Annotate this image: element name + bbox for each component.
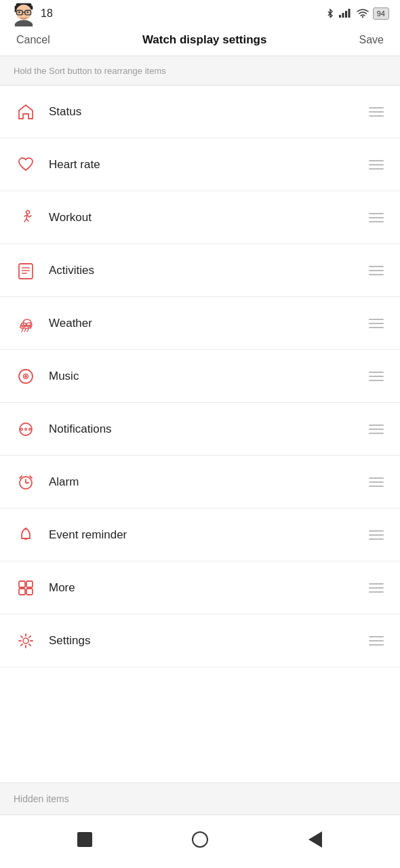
- svg-point-33: [29, 428, 31, 430]
- drag-handle[interactable]: [366, 316, 386, 331]
- drag-handle[interactable]: [366, 104, 386, 119]
- item-label-music: Music: [49, 370, 366, 383]
- back-triangle-icon: [308, 831, 322, 848]
- list-item[interactable]: Activities: [0, 244, 400, 297]
- cancel-button[interactable]: Cancel: [11, 31, 56, 49]
- music-icon: [14, 364, 38, 389]
- svg-line-26: [27, 329, 28, 332]
- list-item[interactable]: Event reminder: [0, 509, 400, 561]
- status-right: 94: [325, 7, 389, 20]
- bottom-navigation: [0, 814, 400, 868]
- svg-rect-16: [19, 264, 33, 279]
- nav-bar: Cancel Watch display settings Save: [0, 24, 400, 56]
- list-item[interactable]: Settings: [0, 614, 400, 667]
- workout-icon: [14, 205, 38, 230]
- drag-handle[interactable]: [366, 263, 386, 278]
- svg-line-24: [22, 329, 23, 332]
- svg-point-15: [26, 210, 30, 214]
- svg-point-32: [25, 428, 27, 430]
- weather-icon: [14, 311, 38, 336]
- item-label-event-reminder: Event reminder: [49, 528, 366, 542]
- list-item[interactable]: Status: [0, 85, 400, 138]
- home-icon: [14, 100, 38, 124]
- drag-handle[interactable]: [366, 157, 386, 172]
- more-icon: [14, 576, 38, 600]
- svg-point-31: [21, 428, 23, 430]
- notifications-icon: [14, 417, 38, 441]
- battery-icon: 94: [373, 7, 389, 20]
- page-title: Watch display settings: [56, 33, 354, 47]
- svg-rect-12: [345, 11, 347, 18]
- svg-point-7: [18, 12, 20, 14]
- list-item[interactable]: Weather: [0, 297, 400, 350]
- item-label-heart-rate: Heart rate: [49, 158, 366, 172]
- hint-text: Hold the Sort button to rearrange items: [14, 66, 166, 76]
- event-reminder-icon: [14, 523, 38, 547]
- list-item[interactable]: Notifications: [0, 403, 400, 456]
- status-bar: 18 94: [0, 0, 400, 24]
- item-label-more: More: [49, 581, 366, 595]
- bluetooth-icon: [325, 8, 335, 20]
- hidden-section-label: Hidden items: [14, 793, 69, 804]
- drag-handle[interactable]: [366, 528, 386, 542]
- drag-handle[interactable]: [366, 210, 386, 225]
- circle-icon: [192, 831, 208, 848]
- heart-icon: [14, 153, 38, 177]
- drag-handle[interactable]: [366, 369, 386, 384]
- svg-point-29: [25, 376, 26, 377]
- drag-handle[interactable]: [366, 580, 386, 595]
- avatar: [11, 1, 37, 26]
- item-label-settings: Settings: [49, 634, 366, 648]
- svg-line-25: [24, 329, 26, 332]
- item-label-activities: Activities: [49, 264, 366, 277]
- battery-level: 94: [377, 9, 385, 18]
- svg-point-9: [15, 20, 33, 27]
- signal-icon: [339, 8, 353, 20]
- svg-point-14: [362, 16, 363, 17]
- status-left: 18: [11, 1, 53, 26]
- item-label-weather: Weather: [49, 317, 366, 330]
- hint-bar: Hold the Sort button to rearrange items: [0, 56, 400, 85]
- svg-rect-39: [19, 581, 25, 587]
- item-label-workout: Workout: [49, 211, 366, 224]
- svg-point-30: [20, 423, 32, 435]
- square-button[interactable]: [70, 825, 100, 854]
- svg-rect-40: [26, 581, 33, 587]
- svg-rect-13: [348, 9, 350, 18]
- svg-rect-42: [26, 589, 33, 595]
- list-item[interactable]: Workout: [0, 191, 400, 244]
- svg-point-8: [26, 12, 28, 14]
- activities-icon: [14, 258, 38, 283]
- drag-handle[interactable]: [366, 633, 386, 648]
- settings-icon: [14, 629, 38, 653]
- item-label-alarm: Alarm: [49, 475, 366, 489]
- alarm-icon: [14, 470, 38, 494]
- back-button[interactable]: [300, 825, 330, 854]
- status-time: 18: [41, 7, 53, 20]
- square-icon: [77, 832, 92, 847]
- item-label-status: Status: [49, 105, 366, 119]
- svg-point-43: [23, 638, 28, 644]
- list-item[interactable]: Music: [0, 350, 400, 403]
- svg-rect-41: [19, 589, 25, 595]
- list-item[interactable]: Alarm: [0, 456, 400, 509]
- item-label-notifications: Notifications: [49, 422, 366, 436]
- list-item[interactable]: More: [0, 561, 400, 614]
- save-button[interactable]: Save: [354, 31, 389, 49]
- svg-rect-10: [339, 15, 341, 18]
- drag-handle[interactable]: [366, 422, 386, 437]
- drag-handle[interactable]: [366, 475, 386, 490]
- wifi-icon: [357, 8, 369, 20]
- list-item[interactable]: Heart rate: [0, 138, 400, 191]
- hidden-items-section: Hidden items: [0, 783, 400, 814]
- home-button[interactable]: [185, 825, 215, 854]
- settings-list: Status Heart rate Workout: [0, 85, 400, 783]
- svg-rect-11: [342, 13, 344, 18]
